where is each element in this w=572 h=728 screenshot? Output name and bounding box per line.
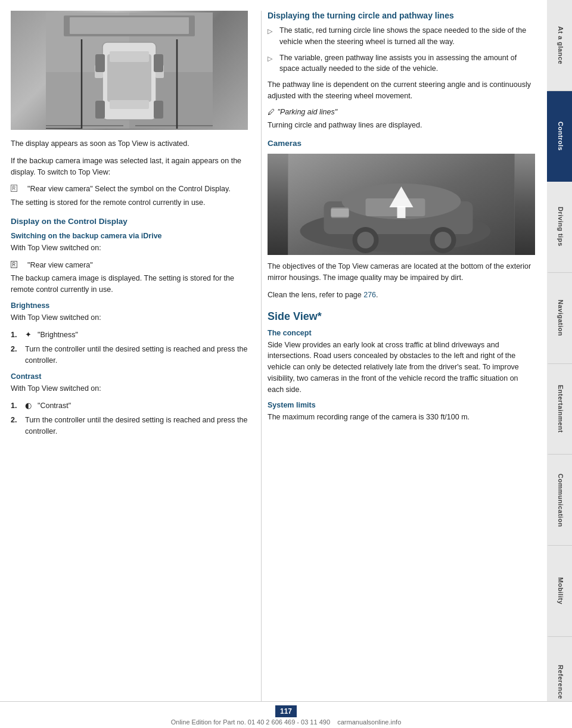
svg-rect-8 [110, 100, 149, 109]
sidebar-tab-driving-tips[interactable]: Driving tips [547, 182, 572, 273]
bullet-arrow-1: ▷ [268, 26, 275, 48]
svg-point-31 [435, 232, 452, 248]
pathway-dependent-text: The pathway line is dependent on the cur… [268, 79, 535, 102]
clean-lens-text: Clean the lens, refer to page 276. [268, 290, 535, 301]
contrast-item-2: 2. Turn the controller until the desired… [11, 415, 248, 437]
svg-rect-14 [154, 101, 163, 119]
sidebar-tab-communication[interactable]: Communication [547, 455, 572, 546]
contrast-circle-symbol: ◐ [25, 400, 32, 412]
rear-camera-line-wrapper: 🅁 "Rear view camera" Select the symbol o… [11, 183, 248, 195]
sidebar-label-controls: Controls [557, 122, 564, 151]
svg-rect-33 [397, 206, 406, 218]
side-view-heading: Side View* [268, 310, 535, 323]
car-top-view-svg [46, 13, 213, 129]
footer: 117 Online Edition for Part no. 01 40 2 … [0, 701, 572, 728]
cameras-heading: Cameras [268, 139, 535, 148]
sidebar-label-mobility: Mobility [557, 577, 564, 605]
sidebar-label-navigation: Navigation [557, 300, 564, 336]
bullet-item-1: ▷ The static, red turning circle line sh… [268, 25, 535, 48]
system-limits-text: The maximum recording range of the camer… [268, 412, 535, 423]
camera-image [268, 154, 535, 255]
brightness-symbol: ✦ [25, 329, 32, 341]
clean-lens-link[interactable]: 276 [363, 291, 376, 299]
camera-body-text: The objectives of the Top View cameras a… [268, 261, 535, 284]
intro-text-1: The display appears as soon as Top View … [11, 138, 248, 150]
svg-point-29 [358, 232, 374, 248]
list-number-2: 2. [11, 344, 21, 366]
svg-rect-7 [110, 51, 149, 62]
right-section-heading: Displaying the turning circle and pathwa… [268, 11, 535, 20]
with-top-view-2: With Top View switched on: [11, 312, 248, 323]
subsection1-heading: Switching on the backup camera via iDriv… [11, 232, 248, 240]
sidebar-label-entertainment: Entertainment [557, 385, 564, 433]
clean-lens-prefix: Clean the lens, refer to page [268, 291, 363, 299]
rear-camera-label: "Rear view camera" [27, 260, 93, 271]
footer-site: carmanualsonline.info [337, 718, 401, 726]
footer-text: Online Edition for Part no. 01 40 2 606 … [171, 718, 330, 726]
contrast-instruction: Turn the controller until the desired se… [25, 415, 248, 437]
section1-heading: Display on the Control Display [11, 217, 248, 226]
sidebar-label-communication: Communication [557, 474, 564, 527]
sidebar-label-reference: Reference [557, 665, 564, 699]
sidebar: At a glance Controls Driving tips Naviga… [547, 0, 572, 728]
parking-ref-text: "Parking aid lines" [277, 108, 337, 116]
contrast-number-2: 2. [11, 415, 21, 437]
contrast-item-1: 1. ◐ "Contrast" [11, 400, 248, 412]
page-number: 117 [275, 705, 297, 717]
sidebar-tab-navigation[interactable]: Navigation [547, 273, 572, 364]
clean-lens-suffix: . [376, 291, 378, 299]
sidebar-label-driving-tips: Driving tips [557, 207, 564, 247]
bullet-text-2: The variable, green pathway line assists… [279, 52, 535, 75]
svg-rect-4 [70, 17, 189, 34]
concept-text: Side View provides an early look at cros… [268, 340, 535, 396]
right-column: Displaying the turning circle and pathwa… [261, 11, 535, 717]
sidebar-label-at-a-glance: At a glance [557, 26, 564, 64]
contrast-heading: Contrast [11, 372, 248, 381]
svg-rect-11 [95, 54, 105, 72]
system-limits-heading: System limits [268, 401, 535, 409]
svg-rect-13 [95, 101, 105, 119]
left-column: The display appears as soon as Top View … [11, 11, 261, 717]
rear-camera-icon: 🅁 [11, 183, 24, 194]
camera-image-inner [268, 154, 535, 255]
brightness-item-2: 2. Turn the controller until the desired… [11, 344, 248, 366]
rear-camera-text: "Rear view camera" Select the symbol on … [27, 183, 231, 195]
brightness-label: "Brightness" [38, 329, 78, 341]
concept-heading: The concept [268, 329, 535, 337]
turning-circle-text: Turning circle and pathway lines are dis… [268, 120, 535, 131]
sidebar-tab-mobility[interactable]: Mobility [547, 546, 572, 637]
svg-rect-27 [331, 209, 349, 217]
bullet-text-1: The static, red turning circle line show… [279, 25, 535, 48]
parking-ref-symbol: 🖊 [268, 108, 275, 116]
list-number-1: 1. [11, 329, 21, 341]
sidebar-tab-entertainment[interactable]: Entertainment [547, 364, 572, 455]
camera-svg [268, 154, 535, 255]
parking-ref: 🖊 "Parking aid lines" [268, 108, 535, 116]
sidebar-tab-controls[interactable]: Controls [547, 91, 572, 182]
setting-stored-text: The setting is stored for the remote con… [11, 197, 248, 209]
svg-rect-12 [154, 54, 163, 72]
top-view-image [11, 11, 248, 130]
brightness-item-1: 1. ✦ "Brightness" [11, 329, 248, 341]
rear-cam-symbol: 🅁 [11, 260, 24, 270]
with-top-view-3: With Top View switched on: [11, 383, 248, 394]
bullet-arrow-2: ▷ [268, 54, 275, 75]
contrast-number-1: 1. [11, 400, 21, 412]
bullet-item-2: ▷ The variable, green pathway line assis… [268, 52, 535, 75]
sidebar-tab-at-a-glance[interactable]: At a glance [547, 0, 572, 91]
contrast-label: "Contrast" [38, 400, 71, 412]
backup-text: The backup camera image is displayed. Th… [11, 273, 248, 295]
brightness-heading: Brightness [11, 301, 248, 310]
footer-online-edition: Online Edition for Part no. 01 40 2 606 … [0, 718, 572, 726]
intro-text-2: If the backup camera image was selected … [11, 155, 248, 178]
brightness-instruction: Turn the controller until the desired se… [25, 344, 248, 366]
rear-camera-label-line: 🅁 "Rear view camera" [11, 260, 248, 271]
with-top-view-1: With Top View switched on: [11, 242, 248, 254]
